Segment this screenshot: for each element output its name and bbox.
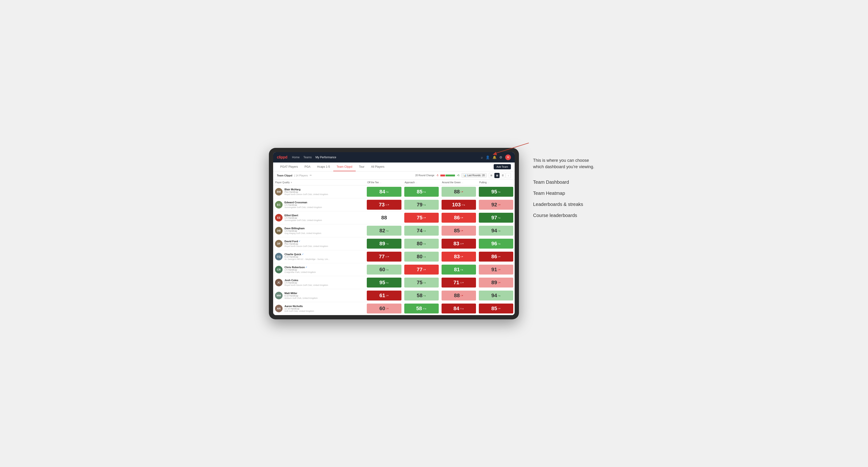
tab-all-players[interactable]: All Players xyxy=(368,163,388,171)
score-change: 1▲ xyxy=(423,230,426,232)
team-header-row: Team Clippd | 14 Players ✏ 20 Round Chan… xyxy=(273,172,515,180)
tab-team-clippd[interactable]: Team Clippd xyxy=(333,163,356,171)
player-info-cell[interactable]: CQ Charlie Quick ✓ 6-10 Handicap St. Geo… xyxy=(273,251,365,262)
player-club: St. George's Hill GC - Weybridge - Surre… xyxy=(284,258,330,260)
view-grid-icon[interactable]: ⊞ xyxy=(489,173,494,178)
player-avatar: DF xyxy=(275,240,283,247)
score-value: 89 xyxy=(491,280,497,286)
player-info-cell[interactable]: CR Chris Robertson ✓ 1-5 Handicap Craigm… xyxy=(273,264,365,275)
score-value: 80 xyxy=(417,253,423,260)
search-icon[interactable]: ⌕ xyxy=(481,155,483,159)
score-box: 86 8▼ xyxy=(479,252,513,261)
score-change: 9▲ xyxy=(423,204,426,206)
player-handicap: 6-10 Handicap xyxy=(284,294,317,297)
score-cell-approach: 80 3▲ xyxy=(403,237,440,250)
score-cell-putting: 95 9▲ xyxy=(477,185,515,198)
player-handicap: 1-5 Handicap xyxy=(284,204,322,206)
score-box: 79 9▲ xyxy=(404,200,439,210)
player-details: Blair McHarg Plus Handicap Royal North D… xyxy=(284,188,328,195)
score-change: 2▼ xyxy=(460,295,463,297)
player-details: Chris Robertson ✓ 1-5 Handicap Craigmill… xyxy=(284,266,316,273)
score-value: 74 xyxy=(417,228,423,234)
col-player: Player Quality ▼ xyxy=(273,180,365,185)
score-cell-approach: 75 2▲ xyxy=(403,276,440,289)
view-download-icon[interactable]: ↓ xyxy=(506,173,511,178)
score-box: 89 2▼ xyxy=(479,278,513,287)
score-value: 61 xyxy=(379,292,385,299)
tab-hcaps[interactable]: Hcaps 1-5 xyxy=(314,163,333,171)
player-info-cell[interactable]: EC Edward Crossman 1-5 Handicap Sunningd… xyxy=(273,199,365,210)
score-cell-approach: 58 4▲ xyxy=(403,289,440,302)
player-info-cell[interactable]: BM Blair McHarg Plus Handicap Royal Nort… xyxy=(273,187,365,197)
view-icons: ⊞ ▦ ☰ ↓ xyxy=(489,173,511,178)
subnav: PGAT Players PGA Hcaps 1-5 Team Clippd T… xyxy=(273,162,515,172)
player-club: Royal North Devon Golf Club, United King… xyxy=(284,245,328,247)
player-details: Elliot Ebert 1-5 Handicap Sunningdale Go… xyxy=(284,214,322,221)
last-rounds-button[interactable]: 📊 Last Rounds: 20 xyxy=(461,173,487,178)
score-cell-putting: 92 3▼ xyxy=(477,198,515,211)
edit-team-icon[interactable]: ✏ xyxy=(310,174,312,177)
score-value: 95 xyxy=(379,280,385,286)
tab-pgat-players[interactable]: PGAT Players xyxy=(277,163,301,171)
player-cell: CR Chris Robertson ✓ 1-5 Handicap Craigm… xyxy=(273,263,365,276)
player-info-cell[interactable]: AN Aaron Nicholls 11-15 Handicap Drift G… xyxy=(273,303,365,314)
player-info-cell[interactable]: EE Elliot Ebert 1-5 Handicap Sunningdale… xyxy=(273,213,365,223)
score-cell-approach: 75 3▼ xyxy=(403,211,440,224)
player-avatar: BM xyxy=(275,188,283,195)
user-icon[interactable]: 👤 xyxy=(486,155,490,159)
add-team-button[interactable]: Add Team xyxy=(494,164,511,169)
score-box: 80 3▲ xyxy=(404,239,439,249)
score-box: 81 4▲ xyxy=(441,264,476,275)
player-handicap: 1-5 Handicap xyxy=(284,269,316,271)
score-box: 75 3▼ xyxy=(404,213,439,223)
player-info-cell[interactable]: JC Josh Coles 1-5 Handicap Royal North D… xyxy=(273,277,365,288)
player-avatar: CR xyxy=(275,266,283,273)
tab-tour[interactable]: Tour xyxy=(356,163,368,171)
navbar-home[interactable]: Home xyxy=(292,155,300,160)
score-value: 86 xyxy=(454,215,460,221)
score-value: 94 xyxy=(491,228,497,234)
score-value: 84 xyxy=(454,305,459,312)
player-details: Charlie Quick ✓ 6-10 Handicap St. George… xyxy=(284,253,330,260)
table-row: EC Edward Crossman 1-5 Handicap Sunningd… xyxy=(273,198,515,211)
navbar-my-performance[interactable]: My Performance xyxy=(315,155,336,160)
col-approach: Approach — xyxy=(403,180,440,185)
score-change: 4▲ xyxy=(386,230,389,232)
score-value: 60 xyxy=(379,267,385,273)
score-cell-approach: 77 3▼ xyxy=(403,263,440,276)
player-info-cell[interactable]: DF David Ford ✓ Plus Handicap Royal Nort… xyxy=(273,239,365,249)
score-value: 94 xyxy=(491,292,497,299)
score-cell-around_green: 88 2▼ xyxy=(440,289,477,302)
score-change: 3▲ xyxy=(498,295,500,297)
score-box: 92 3▼ xyxy=(479,200,513,210)
player-info-cell[interactable]: MM Matt Miller 6-10 Handicap Woburn Golf… xyxy=(273,290,365,301)
player-name: Dave Billingham xyxy=(284,227,321,230)
score-value: 95 xyxy=(491,189,497,195)
navbar-teams[interactable]: Teams xyxy=(303,155,312,160)
score-box: 60 2▲ xyxy=(367,264,401,275)
change-pos: +5 xyxy=(457,174,460,177)
tab-pga[interactable]: PGA xyxy=(301,163,314,171)
player-handicap: Plus Handicap xyxy=(284,243,328,245)
score-cell-approach: 74 1▲ xyxy=(403,224,440,237)
score-value: 75 xyxy=(417,280,423,286)
score-change: 5▲ xyxy=(498,217,500,219)
score-cell-approach: 79 9▲ xyxy=(403,198,440,211)
app-logo[interactable]: clippd xyxy=(277,155,287,159)
chart-icon: 📊 xyxy=(464,174,466,177)
score-box: 85 8▲ xyxy=(404,187,439,197)
view-list-icon[interactable]: ☰ xyxy=(500,173,505,178)
table-row: DF David Ford ✓ Plus Handicap Royal Nort… xyxy=(273,237,515,250)
annotation-item-0: Team Dashboard xyxy=(533,180,599,185)
player-name: Matt Miller xyxy=(284,292,317,294)
player-info-cell[interactable]: DB Dave Billingham 1-5 Handicap Gog Mago… xyxy=(273,225,365,236)
score-cell-off_tee: 84 6▲ xyxy=(365,185,403,198)
score-value: 88 xyxy=(454,292,460,299)
player-table-body: BM Blair McHarg Plus Handicap Royal Nort… xyxy=(273,185,515,315)
score-cell-putting: 97 5▲ xyxy=(477,211,515,224)
score-change: 3▲ xyxy=(423,243,426,245)
score-value: 80 xyxy=(417,241,423,247)
view-heatmap-icon[interactable]: ▦ xyxy=(494,173,500,178)
player-name: Charlie Quick ✓ xyxy=(284,253,330,256)
table-row: DB Dave Billingham 1-5 Handicap Gog Mago… xyxy=(273,224,515,237)
